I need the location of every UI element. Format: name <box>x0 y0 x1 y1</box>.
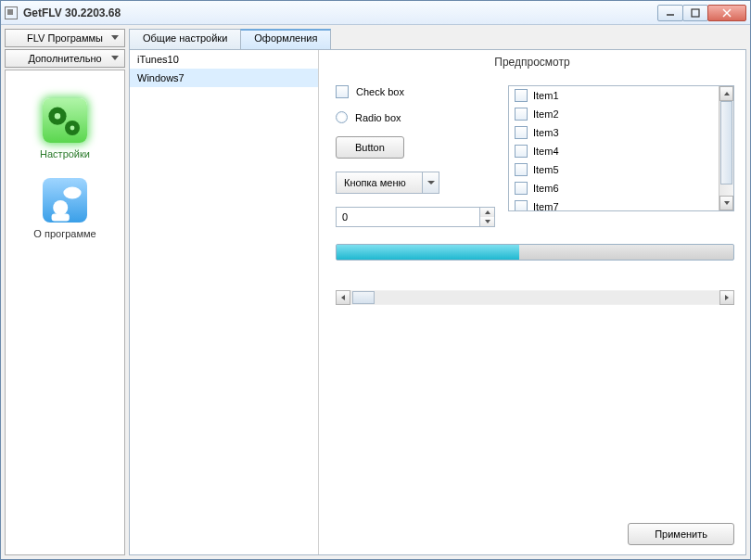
chevron-down-icon <box>111 56 119 60</box>
horizontal-scrollbar[interactable] <box>336 290 734 305</box>
checkbox-icon[interactable] <box>336 85 349 98</box>
content: FLV Программы Дополнительно Настройки <box>1 25 750 559</box>
svg-point-8 <box>53 200 68 215</box>
checkbox-icon[interactable] <box>515 126 528 139</box>
hscroll-thumb[interactable] <box>352 291 375 304</box>
scroll-thumb[interactable] <box>720 101 732 185</box>
extra-dropdown[interactable]: Дополнительно <box>5 49 125 68</box>
apply-button[interactable]: Применить <box>628 523 734 545</box>
menu-label: Кнопка меню <box>337 172 422 193</box>
window-title: GetFLV 30.2203.68 <box>23 6 121 19</box>
footer: Применить <box>319 514 745 554</box>
gears-icon <box>43 98 87 143</box>
sidebar-item-label: О программе <box>33 228 95 239</box>
chevron-down-icon[interactable] <box>422 172 439 193</box>
list-item[interactable]: Item2 <box>509 105 719 123</box>
preview-pane: Предпросмотр Check box Radio box <box>319 50 745 554</box>
spinner-up-icon[interactable] <box>480 208 494 217</box>
main-column: Общие настройки Оформления iTunes10 Wind… <box>129 29 746 555</box>
svg-point-5 <box>55 113 60 119</box>
checkbox-icon[interactable] <box>515 163 528 176</box>
scroll-track[interactable] <box>719 101 733 196</box>
scroll-right-icon[interactable] <box>719 290 734 305</box>
list-item[interactable]: Item3 <box>509 123 719 142</box>
theme-item[interactable]: iTunes10 <box>130 50 318 69</box>
vertical-scrollbar[interactable] <box>719 86 733 210</box>
preview-header: Предпросмотр <box>319 50 745 78</box>
radio-icon[interactable] <box>336 111 348 123</box>
spinner-value[interactable]: 0 <box>337 211 479 223</box>
dropdown-label: FLV Программы <box>27 32 103 44</box>
checkbox-icon[interactable] <box>515 182 528 195</box>
preview-progressbar <box>336 244 734 261</box>
svg-point-10 <box>63 187 81 199</box>
dropdown-label: Дополнительно <box>28 53 101 64</box>
app-icon <box>5 6 18 19</box>
preview-menu-dropdown[interactable]: Кнопка меню <box>336 172 439 194</box>
scroll-left-icon[interactable] <box>336 290 350 305</box>
checkbox-icon[interactable] <box>515 108 528 121</box>
sidebar-item-about[interactable]: О программе <box>33 178 95 239</box>
hscroll-track[interactable] <box>350 291 719 304</box>
list-content: Item1 Item2 Item3 Item4 Item5 Item6 Item… <box>509 86 719 210</box>
person-speech-icon <box>43 178 87 223</box>
window-controls <box>658 5 746 21</box>
list-item[interactable]: Item6 <box>509 179 719 197</box>
spinner-down-icon[interactable] <box>480 217 494 226</box>
preview-spinner[interactable]: 0 <box>336 207 495 227</box>
scroll-down-icon[interactable] <box>719 196 733 210</box>
radio-row[interactable]: Radio box <box>336 111 484 123</box>
sidebar: Настройки О программе <box>5 70 125 555</box>
svg-point-7 <box>70 126 75 131</box>
scroll-up-icon[interactable] <box>719 86 733 101</box>
tabs: Общие настройки Оформления <box>129 29 746 49</box>
sidebar-item-label: Настройки <box>40 148 90 159</box>
tab-general[interactable]: Общие настройки <box>129 29 241 49</box>
list-item[interactable]: Item4 <box>509 142 719 160</box>
preview-top-row: Check box Radio box Button Кнопка меню <box>336 85 734 227</box>
theme-item[interactable]: Windows7 <box>130 69 318 87</box>
flv-programs-dropdown[interactable]: FLV Программы <box>5 29 125 47</box>
left-column: FLV Программы Дополнительно Настройки <box>5 29 125 555</box>
chevron-down-icon <box>111 35 119 40</box>
checkbox-icon[interactable] <box>515 89 528 102</box>
list-item[interactable]: Item5 <box>509 160 719 179</box>
checkbox-row[interactable]: Check box <box>336 85 484 98</box>
checkbox-icon[interactable] <box>515 145 528 158</box>
preview-listbox: Item1 Item2 Item3 Item4 Item5 Item6 Item… <box>508 85 734 211</box>
preview-button[interactable]: Button <box>336 136 404 159</box>
radio-label: Radio box <box>355 112 401 123</box>
titlebar: GetFLV 30.2203.68 <box>1 1 750 25</box>
svg-rect-9 <box>52 213 70 221</box>
list-item[interactable]: Item7 <box>509 197 719 210</box>
checkbox-icon[interactable] <box>515 200 528 210</box>
tab-themes[interactable]: Оформления <box>240 29 331 49</box>
minimize-button[interactable] <box>657 5 683 21</box>
svg-rect-1 <box>692 9 699 17</box>
sidebar-item-settings[interactable]: Настройки <box>40 98 90 159</box>
preview-controls: Check box Radio box Button Кнопка меню <box>336 85 484 227</box>
list-item[interactable]: Item1 <box>509 86 719 105</box>
app-window: GetFLV 30.2203.68 FLV Программы Дополнит… <box>0 0 751 560</box>
spinner-buttons <box>479 208 494 226</box>
progress-fill <box>337 245 519 260</box>
preview-body: Check box Radio box Button Кнопка меню <box>319 78 745 514</box>
theme-list: iTunes10 Windows7 <box>130 50 319 554</box>
maximize-button[interactable] <box>682 5 708 21</box>
close-button[interactable] <box>707 5 746 21</box>
checkbox-label: Check box <box>356 86 404 97</box>
main-body: iTunes10 Windows7 Предпросмотр Check box <box>129 49 746 555</box>
